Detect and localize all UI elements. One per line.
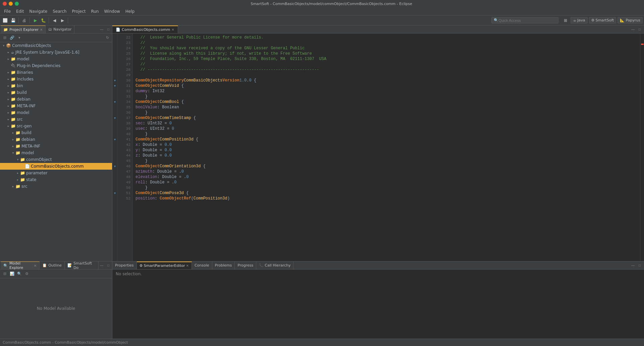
tree-item[interactable]: ▸📁state bbox=[0, 176, 112, 183]
perspective-grid-button[interactable]: ⊞ bbox=[562, 17, 569, 24]
new-button[interactable]: ⬜ bbox=[1, 17, 9, 24]
tree-item[interactable]: ▾📁model bbox=[0, 150, 112, 156]
fold-icon[interactable]: ▾ bbox=[112, 78, 117, 83]
maximize-button[interactable] bbox=[15, 2, 19, 6]
forward-button[interactable]: ▶ bbox=[59, 17, 66, 24]
tab-model-explorer[interactable]: 🔍 Model Explore ✕ bbox=[1, 262, 40, 269]
save-button[interactable]: 💾 bbox=[9, 17, 17, 24]
tree-item[interactable]: ▸📁debian bbox=[0, 96, 112, 103]
tab-problems[interactable]: Problems bbox=[212, 262, 235, 269]
minimize-model-panel-button[interactable]: — bbox=[99, 263, 105, 269]
tree-item[interactable]: ▸📁Includes bbox=[0, 76, 112, 82]
tree-item[interactable]: ▸📁model bbox=[0, 109, 112, 116]
tree-item[interactable]: 🔌Plug-in Dependencies bbox=[0, 62, 112, 69]
tree-item[interactable]: ▸📁META-INF bbox=[0, 103, 112, 109]
bottom-minimize-button[interactable]: — bbox=[630, 263, 636, 269]
code-line: // -------------------------------------… bbox=[136, 67, 637, 72]
tree-item[interactable]: ▸📁model bbox=[0, 56, 112, 62]
view-menu-button[interactable]: ▾ bbox=[16, 35, 23, 41]
sync-button[interactable]: ↻ bbox=[104, 35, 111, 41]
quick-access-input[interactable] bbox=[498, 18, 549, 22]
tree-item[interactable]: ▸📁META-INF bbox=[0, 143, 112, 150]
tree-item[interactable]: ▸📁src bbox=[0, 183, 112, 190]
tab-call-hierarchy[interactable]: 📞 Call Hierarchy bbox=[256, 262, 293, 269]
menu-search[interactable]: Search bbox=[50, 8, 69, 14]
line-number: 31 bbox=[118, 83, 132, 89]
tab-smart-param-editor[interactable]: ⚙ SmartParameterEditor ✕ bbox=[137, 262, 192, 269]
tab-outline[interactable]: 📋 Outline bbox=[40, 262, 65, 269]
fold-icon[interactable]: ▾ bbox=[112, 99, 117, 105]
code-line: // Lesser General Public License for mor… bbox=[136, 35, 637, 40]
tab-smartsoft-do[interactable]: 📝 SmartSoft Do bbox=[65, 262, 99, 269]
project-tree[interactable]: ▾📦CommBasicObjects▸☕JRE System Library [… bbox=[0, 42, 112, 261]
fold-icon bbox=[112, 196, 117, 201]
model-btn-2[interactable]: 📊 bbox=[9, 271, 15, 277]
model-btn-3[interactable]: ⚙ bbox=[23, 271, 30, 277]
menu-file[interactable]: File bbox=[1, 8, 13, 14]
link-editor-button[interactable]: 🔗 bbox=[9, 35, 15, 41]
tab-console[interactable]: Console bbox=[192, 262, 212, 269]
tree-item[interactable]: ▸📁debian bbox=[0, 136, 112, 143]
fold-icon[interactable]: ▾ bbox=[112, 137, 117, 142]
menu-navigate[interactable]: Navigate bbox=[26, 8, 50, 14]
editor-tab-commbasic[interactable]: 📄 CommBasicObjects.comm ✕ bbox=[112, 25, 178, 33]
maximize-model-panel-button[interactable]: □ bbox=[105, 263, 111, 269]
tab-navigator[interactable]: 🗂 Navigator bbox=[46, 25, 74, 33]
close-button[interactable] bbox=[3, 2, 7, 6]
debug-button[interactable]: 🐛 bbox=[40, 17, 47, 24]
fold-icon[interactable]: ▾ bbox=[112, 164, 117, 169]
bottom-maximize-button[interactable]: □ bbox=[637, 263, 643, 269]
explorer-toolbar: ⊟ 🔗 ▾ ↻ bbox=[0, 34, 112, 42]
code-line: CommObject CommTimeStamp { bbox=[136, 115, 637, 121]
tree-item[interactable]: 📄CommBasicObjects.comm bbox=[0, 163, 112, 170]
tree-item[interactable]: ▸📁src-gen bbox=[0, 123, 112, 129]
tree-item[interactable]: ▸📁build bbox=[0, 129, 112, 136]
tab-close-icon[interactable]: ✕ bbox=[40, 28, 43, 32]
tree-item[interactable]: ▸☕JRE System Library [JavaSE-1.6] bbox=[0, 49, 112, 56]
model-explorer-icon: 🔍 bbox=[3, 264, 8, 268]
menu-help[interactable]: Help bbox=[123, 8, 137, 14]
tree-item[interactable]: ▾📦CommBasicObjects bbox=[0, 42, 112, 49]
perspective-smartsoft-button[interactable]: ⚙ SmartSoft bbox=[589, 17, 616, 23]
collapse-all-button[interactable]: ⊟ bbox=[1, 35, 8, 41]
tree-item[interactable]: ▾📁commObject bbox=[0, 156, 112, 163]
perspective-buttons: ⊞ ☕ Java ⚙ SmartSoft 📐 Papyrus bbox=[562, 17, 643, 24]
tree-item[interactable]: ▸📁build bbox=[0, 89, 112, 96]
fold-icon[interactable]: ▾ bbox=[112, 83, 117, 89]
menu-run[interactable]: Run bbox=[88, 8, 101, 14]
editor-tab-close-button[interactable]: ✕ bbox=[171, 28, 174, 32]
tree-item[interactable]: ▸📁src bbox=[0, 116, 112, 123]
model-btn-1[interactable]: ⊟ bbox=[1, 271, 8, 277]
tab-project-explorer[interactable]: 📁 Project Explorer ✕ bbox=[1, 25, 46, 33]
tab-properties[interactable]: Properties bbox=[112, 262, 137, 269]
code-line bbox=[136, 72, 637, 78]
menu-project[interactable]: Project bbox=[69, 8, 88, 14]
fold-icon[interactable]: ▾ bbox=[112, 115, 117, 121]
run-button[interactable]: ▶ bbox=[32, 17, 39, 24]
code-content[interactable]: // Lesser General Public License for mor… bbox=[133, 34, 640, 261]
tree-node-label: META-INF bbox=[17, 104, 36, 108]
minimize-button[interactable] bbox=[9, 2, 13, 6]
perspective-java-button[interactable]: ☕ Java bbox=[571, 17, 587, 23]
editor-minimize-button[interactable]: — bbox=[630, 26, 636, 33]
line-number: 43 bbox=[118, 148, 132, 153]
fold-icon[interactable]: ▾ bbox=[112, 190, 117, 196]
editor-maximize-button[interactable]: □ bbox=[637, 26, 643, 33]
tab-progress[interactable]: Progress bbox=[235, 262, 256, 269]
model-explorer-close-icon[interactable]: ✕ bbox=[34, 264, 37, 268]
print-button[interactable]: 🖨 bbox=[20, 17, 28, 24]
back-button[interactable]: ◀ bbox=[51, 17, 58, 24]
tree-item[interactable]: ▸📁parameter bbox=[0, 170, 112, 176]
tree-item[interactable]: ▸📁Binaries bbox=[0, 69, 112, 76]
code-line: // Foundation, Inc., 59 Temple Place, Su… bbox=[136, 56, 637, 62]
model-search-button[interactable]: 🔍 bbox=[16, 271, 23, 277]
menu-window[interactable]: Window bbox=[101, 8, 122, 14]
code-editor[interactable]: ▾▾▾▾▾▾▾ 22232425262728293031323334353637… bbox=[112, 34, 644, 261]
tree-item[interactable]: ▸📁bin bbox=[0, 82, 112, 89]
perspective-papyrus-button[interactable]: 📐 Papyrus bbox=[618, 17, 643, 23]
maximize-panel-button[interactable]: □ bbox=[105, 26, 111, 33]
menu-edit[interactable]: Edit bbox=[13, 8, 26, 14]
minimize-panel-button[interactable]: — bbox=[99, 26, 105, 33]
tree-arrow-icon: ▸ bbox=[15, 178, 20, 181]
smart-param-close[interactable]: ✕ bbox=[186, 264, 189, 268]
